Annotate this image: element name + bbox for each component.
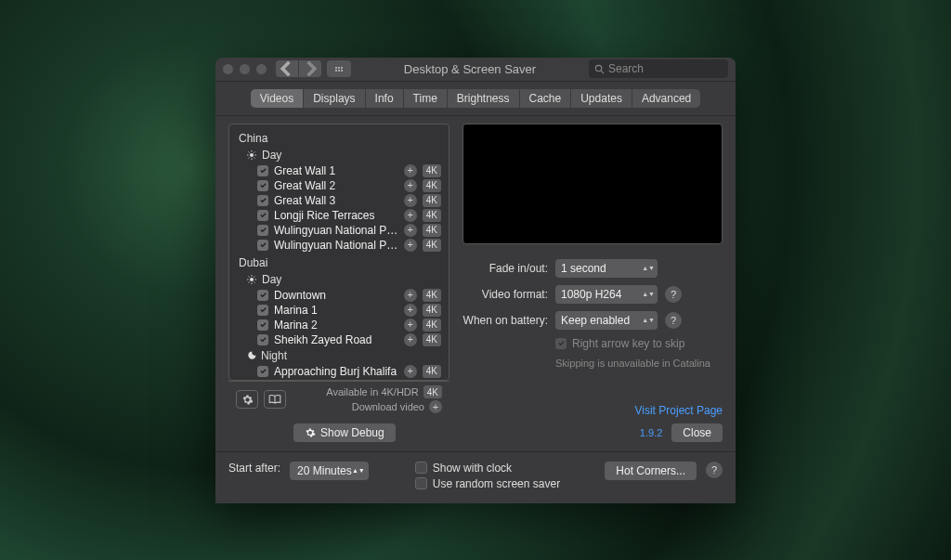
- quality-badge: 4K: [423, 179, 441, 192]
- moon-icon: [246, 350, 256, 360]
- tab-info[interactable]: Info: [366, 89, 404, 108]
- tab-cache[interactable]: Cache: [520, 89, 572, 108]
- add-button[interactable]: +: [404, 289, 417, 302]
- quality-badge: 4K: [423, 304, 441, 317]
- check-icon: [259, 291, 267, 299]
- video-checkbox[interactable]: [257, 210, 268, 221]
- svg-line-9: [254, 151, 255, 152]
- hot-corners-button[interactable]: Hot Corners...: [605, 462, 697, 480]
- video-name: Great Wall 1: [274, 164, 398, 177]
- add-button[interactable]: +: [404, 224, 417, 237]
- add-button[interactable]: +: [404, 209, 417, 222]
- add-button[interactable]: +: [404, 333, 417, 346]
- video-item[interactable]: Great Wall 3+4K: [229, 193, 449, 208]
- video-list[interactable]: ChinaDayGreat Wall 1+4KGreat Wall 2+4KGr…: [228, 124, 449, 381]
- battery-help-button[interactable]: ?: [665, 312, 682, 329]
- video-name: Approaching Burj Khalifa: [274, 365, 398, 378]
- show-with-clock-label: Show with clock: [433, 462, 512, 475]
- nav-buttons: [276, 60, 321, 77]
- tab-time[interactable]: Time: [404, 89, 448, 108]
- tab-updates[interactable]: Updates: [571, 89, 632, 108]
- video-list-panel: ChinaDayGreat Wall 1+4KGreat Wall 2+4KGr…: [228, 124, 449, 418]
- svg-line-19: [249, 281, 250, 282]
- back-button[interactable]: [276, 60, 298, 77]
- add-button[interactable]: +: [404, 365, 417, 378]
- check-icon: [259, 196, 267, 204]
- close-window-button[interactable]: [223, 64, 233, 74]
- video-item[interactable]: Marina 1+4K: [229, 303, 449, 318]
- settings-gear-button[interactable]: [236, 390, 258, 409]
- check-icon: [259, 181, 267, 189]
- show-with-clock-checkbox[interactable]: [415, 462, 427, 474]
- group-header: Dubai: [229, 253, 449, 271]
- video-item[interactable]: Sheikh Zayed Road+4K: [229, 332, 449, 347]
- svg-line-1: [601, 71, 604, 73]
- quality-badge: 4K: [423, 289, 441, 302]
- video-checkbox[interactable]: [257, 334, 268, 345]
- book-button[interactable]: [264, 390, 286, 409]
- format-help-button[interactable]: ?: [665, 286, 682, 303]
- check-icon: [259, 320, 267, 329]
- add-button[interactable]: +: [404, 319, 417, 332]
- video-checkbox[interactable]: [257, 290, 268, 301]
- close-button[interactable]: Close: [671, 423, 723, 442]
- project-link[interactable]: Visit Project Page: [462, 404, 723, 417]
- fade-select[interactable]: 1 second ▲▼: [555, 259, 658, 278]
- help-button[interactable]: ?: [706, 462, 723, 478]
- video-name: Marina 2: [274, 319, 398, 332]
- skip-label: Right arrow key to skip: [572, 337, 684, 350]
- forward-button[interactable]: [299, 60, 321, 77]
- video-item[interactable]: Marina 2+4K: [229, 318, 449, 332]
- tab-advanced[interactable]: Advanced: [632, 89, 700, 108]
- video-checkbox[interactable]: [257, 195, 268, 206]
- quality-badge: 4K: [423, 365, 441, 378]
- video-item[interactable]: Approaching Burj Khalifa+4K: [229, 364, 449, 379]
- chevron-updown-icon: ▲▼: [642, 266, 655, 271]
- add-button[interactable]: +: [404, 194, 417, 207]
- zoom-window-button[interactable]: [256, 64, 267, 74]
- skip-checkbox[interactable]: [555, 338, 567, 349]
- check-icon: [557, 339, 566, 347]
- tab-videos[interactable]: Videos: [251, 89, 304, 108]
- video-item[interactable]: Great Wall 2+4K: [229, 178, 449, 193]
- video-checkbox[interactable]: [257, 165, 268, 176]
- video-item[interactable]: Downtown+4K: [229, 288, 449, 303]
- battery-select[interactable]: Keep enabled ▲▼: [555, 311, 658, 330]
- fade-label: Fade in/out:: [462, 262, 548, 275]
- check-icon: [259, 211, 267, 219]
- search-placeholder: Search: [608, 62, 644, 75]
- video-item[interactable]: Sheikh Zayed Road+4K: [229, 379, 449, 380]
- video-item[interactable]: Wulingyuan National Park 1+4K: [229, 223, 449, 238]
- book-icon: [268, 394, 281, 405]
- quality-badge: 4K: [423, 194, 441, 207]
- start-after-select[interactable]: 20 Minutes ▲▼: [290, 462, 369, 480]
- section-header-day: Day: [229, 271, 449, 288]
- bottom-bar: Start after: 20 Minutes ▲▼ Show with clo…: [215, 451, 736, 503]
- video-checkbox[interactable]: [257, 305, 268, 316]
- video-checkbox[interactable]: [257, 366, 268, 377]
- format-select[interactable]: 1080p H264 ▲▼: [555, 285, 658, 304]
- add-button[interactable]: +: [404, 179, 417, 192]
- minimize-window-button[interactable]: [240, 64, 250, 74]
- video-item[interactable]: Wulingyuan National Park 2+4K: [229, 238, 449, 253]
- video-item[interactable]: Longji Rice Terraces+4K: [229, 208, 449, 223]
- window-title: Desktop & Screen Saver: [351, 62, 589, 76]
- add-button[interactable]: +: [404, 304, 417, 317]
- use-random-checkbox[interactable]: [415, 477, 427, 489]
- show-all-button[interactable]: [327, 60, 351, 77]
- download-button[interactable]: +: [429, 400, 442, 413]
- add-button[interactable]: +: [404, 239, 417, 252]
- video-checkbox[interactable]: [257, 225, 268, 236]
- tab-displays[interactable]: Displays: [304, 89, 365, 108]
- add-button[interactable]: +: [404, 164, 417, 177]
- group-header: China: [229, 128, 449, 147]
- video-checkbox[interactable]: [257, 319, 268, 331]
- tab-brightness[interactable]: Brightness: [448, 89, 520, 108]
- quality-badge: 4K: [423, 239, 441, 252]
- video-checkbox[interactable]: [257, 180, 268, 191]
- video-checkbox[interactable]: [257, 240, 268, 251]
- show-debug-button[interactable]: Show Debug: [293, 423, 396, 442]
- search-field[interactable]: Search: [589, 59, 728, 78]
- check-icon: [259, 306, 267, 314]
- video-item[interactable]: Great Wall 1+4K: [229, 163, 449, 178]
